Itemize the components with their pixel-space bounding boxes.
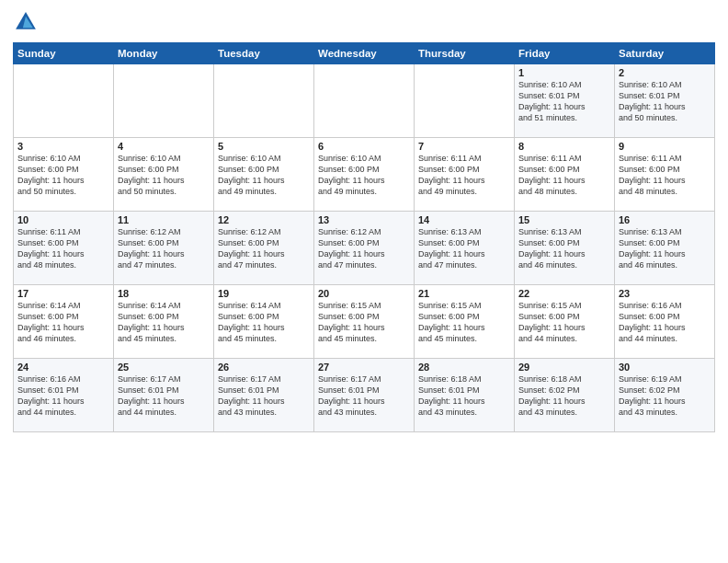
calendar-cell: 1Sunrise: 6:10 AM Sunset: 6:01 PM Daylig…	[515, 64, 615, 138]
week-row-5: 24Sunrise: 6:16 AM Sunset: 6:01 PM Dayli…	[14, 359, 715, 432]
calendar-cell	[314, 64, 415, 138]
calendar-cell: 2Sunrise: 6:10 AM Sunset: 6:01 PM Daylig…	[615, 64, 715, 138]
day-info: Sunrise: 6:19 AM Sunset: 6:02 PM Dayligh…	[619, 373, 711, 419]
calendar-cell: 16Sunrise: 6:13 AM Sunset: 6:00 PM Dayli…	[615, 212, 715, 285]
day-info: Sunrise: 6:15 AM Sunset: 6:00 PM Dayligh…	[318, 300, 410, 345]
calendar-cell	[415, 64, 515, 138]
day-info: Sunrise: 6:10 AM Sunset: 6:00 PM Dayligh…	[118, 153, 210, 198]
day-number: 26	[218, 362, 310, 373]
calendar-cell: 25Sunrise: 6:17 AM Sunset: 6:01 PM Dayli…	[114, 359, 214, 432]
calendar-cell: 24Sunrise: 6:16 AM Sunset: 6:01 PM Dayli…	[14, 359, 114, 432]
day-number: 18	[118, 288, 210, 299]
day-number: 19	[218, 288, 310, 299]
day-info: Sunrise: 6:12 AM Sunset: 6:00 PM Dayligh…	[118, 226, 210, 271]
day-info: Sunrise: 6:13 AM Sunset: 6:00 PM Dayligh…	[619, 226, 711, 271]
day-info: Sunrise: 6:14 AM Sunset: 6:00 PM Dayligh…	[218, 300, 310, 345]
day-number: 4	[118, 141, 210, 152]
day-number: 29	[518, 362, 610, 373]
day-info: Sunrise: 6:10 AM Sunset: 6:00 PM Dayligh…	[318, 153, 410, 198]
day-number: 22	[518, 288, 610, 299]
calendar-cell: 3Sunrise: 6:10 AM Sunset: 6:00 PM Daylig…	[14, 138, 114, 212]
day-number: 15	[518, 214, 610, 225]
day-number: 24	[17, 362, 109, 373]
weekday-header-tuesday: Tuesday	[214, 43, 314, 64]
calendar-cell: 5Sunrise: 6:10 AM Sunset: 6:00 PM Daylig…	[214, 138, 314, 212]
calendar-cell	[14, 64, 114, 138]
day-info: Sunrise: 6:10 AM Sunset: 6:00 PM Dayligh…	[17, 153, 109, 198]
calendar-cell: 4Sunrise: 6:10 AM Sunset: 6:00 PM Daylig…	[114, 138, 214, 212]
calendar-cell: 19Sunrise: 6:14 AM Sunset: 6:00 PM Dayli…	[214, 285, 314, 359]
day-info: Sunrise: 6:15 AM Sunset: 6:00 PM Dayligh…	[518, 300, 610, 345]
day-number: 1	[518, 67, 610, 78]
calendar-cell: 29Sunrise: 6:18 AM Sunset: 6:02 PM Dayli…	[515, 359, 615, 432]
day-info: Sunrise: 6:10 AM Sunset: 6:01 PM Dayligh…	[518, 79, 610, 124]
day-number: 8	[518, 141, 610, 152]
calendar-cell: 6Sunrise: 6:10 AM Sunset: 6:00 PM Daylig…	[314, 138, 415, 212]
day-number: 2	[619, 67, 711, 78]
calendar-cell: 20Sunrise: 6:15 AM Sunset: 6:00 PM Dayli…	[314, 285, 415, 359]
day-number: 23	[619, 288, 711, 299]
day-number: 25	[118, 362, 210, 373]
calendar-cell: 10Sunrise: 6:11 AM Sunset: 6:00 PM Dayli…	[14, 212, 114, 285]
day-info: Sunrise: 6:13 AM Sunset: 6:00 PM Dayligh…	[418, 226, 510, 271]
weekday-header-thursday: Thursday	[415, 43, 515, 64]
calendar-cell: 17Sunrise: 6:14 AM Sunset: 6:00 PM Dayli…	[14, 285, 114, 359]
day-info: Sunrise: 6:17 AM Sunset: 6:01 PM Dayligh…	[218, 373, 310, 419]
weekday-header-saturday: Saturday	[615, 43, 715, 64]
weekday-header-monday: Monday	[114, 43, 214, 64]
calendar-cell: 11Sunrise: 6:12 AM Sunset: 6:00 PM Dayli…	[114, 212, 214, 285]
calendar-cell: 13Sunrise: 6:12 AM Sunset: 6:00 PM Dayli…	[314, 212, 415, 285]
logo-icon	[13, 9, 39, 35]
day-number: 3	[17, 141, 109, 152]
week-row-1: 1Sunrise: 6:10 AM Sunset: 6:01 PM Daylig…	[14, 64, 715, 138]
day-info: Sunrise: 6:11 AM Sunset: 6:00 PM Dayligh…	[418, 153, 510, 198]
calendar-cell: 15Sunrise: 6:13 AM Sunset: 6:00 PM Dayli…	[515, 212, 615, 285]
day-number: 7	[418, 141, 510, 152]
day-number: 10	[17, 214, 109, 225]
day-info: Sunrise: 6:17 AM Sunset: 6:01 PM Dayligh…	[318, 373, 410, 419]
weekday-header-sunday: Sunday	[14, 43, 114, 64]
day-number: 14	[418, 214, 510, 225]
day-number: 11	[118, 214, 210, 225]
calendar-cell: 18Sunrise: 6:14 AM Sunset: 6:00 PM Dayli…	[114, 285, 214, 359]
day-number: 27	[318, 362, 410, 373]
day-info: Sunrise: 6:18 AM Sunset: 6:01 PM Dayligh…	[418, 373, 510, 419]
calendar-cell: 14Sunrise: 6:13 AM Sunset: 6:00 PM Dayli…	[415, 212, 515, 285]
day-number: 28	[418, 362, 510, 373]
day-info: Sunrise: 6:13 AM Sunset: 6:00 PM Dayligh…	[518, 226, 610, 271]
day-info: Sunrise: 6:15 AM Sunset: 6:00 PM Dayligh…	[418, 300, 510, 345]
day-info: Sunrise: 6:16 AM Sunset: 6:00 PM Dayligh…	[619, 300, 711, 345]
day-info: Sunrise: 6:18 AM Sunset: 6:02 PM Dayligh…	[518, 373, 610, 419]
calendar-cell: 23Sunrise: 6:16 AM Sunset: 6:00 PM Dayli…	[615, 285, 715, 359]
day-number: 16	[619, 214, 711, 225]
day-info: Sunrise: 6:10 AM Sunset: 6:01 PM Dayligh…	[619, 79, 711, 124]
day-info: Sunrise: 6:16 AM Sunset: 6:01 PM Dayligh…	[17, 373, 109, 419]
day-number: 30	[619, 362, 711, 373]
week-row-4: 17Sunrise: 6:14 AM Sunset: 6:00 PM Dayli…	[14, 285, 715, 359]
weekday-header-row: SundayMondayTuesdayWednesdayThursdayFrid…	[14, 43, 715, 64]
weekday-header-friday: Friday	[515, 43, 615, 64]
day-info: Sunrise: 6:11 AM Sunset: 6:00 PM Dayligh…	[619, 153, 711, 198]
week-row-2: 3Sunrise: 6:10 AM Sunset: 6:00 PM Daylig…	[14, 138, 715, 212]
calendar-cell: 9Sunrise: 6:11 AM Sunset: 6:00 PM Daylig…	[615, 138, 715, 212]
calendar-cell: 21Sunrise: 6:15 AM Sunset: 6:00 PM Dayli…	[415, 285, 515, 359]
day-info: Sunrise: 6:14 AM Sunset: 6:00 PM Dayligh…	[118, 300, 210, 345]
logo	[13, 9, 42, 35]
header	[13, 9, 715, 35]
calendar: SundayMondayTuesdayWednesdayThursdayFrid…	[13, 42, 715, 432]
day-number: 17	[17, 288, 109, 299]
week-row-3: 10Sunrise: 6:11 AM Sunset: 6:00 PM Dayli…	[14, 212, 715, 285]
day-number: 9	[619, 141, 711, 152]
day-number: 13	[318, 214, 410, 225]
calendar-cell	[214, 64, 314, 138]
calendar-cell: 22Sunrise: 6:15 AM Sunset: 6:00 PM Dayli…	[515, 285, 615, 359]
calendar-cell	[114, 64, 214, 138]
day-info: Sunrise: 6:11 AM Sunset: 6:00 PM Dayligh…	[17, 226, 109, 271]
calendar-cell: 27Sunrise: 6:17 AM Sunset: 6:01 PM Dayli…	[314, 359, 415, 432]
day-info: Sunrise: 6:14 AM Sunset: 6:00 PM Dayligh…	[17, 300, 109, 345]
day-info: Sunrise: 6:12 AM Sunset: 6:00 PM Dayligh…	[318, 226, 410, 271]
calendar-cell: 8Sunrise: 6:11 AM Sunset: 6:00 PM Daylig…	[515, 138, 615, 212]
day-number: 6	[318, 141, 410, 152]
day-number: 20	[318, 288, 410, 299]
page: SundayMondayTuesdayWednesdayThursdayFrid…	[0, 0, 728, 563]
